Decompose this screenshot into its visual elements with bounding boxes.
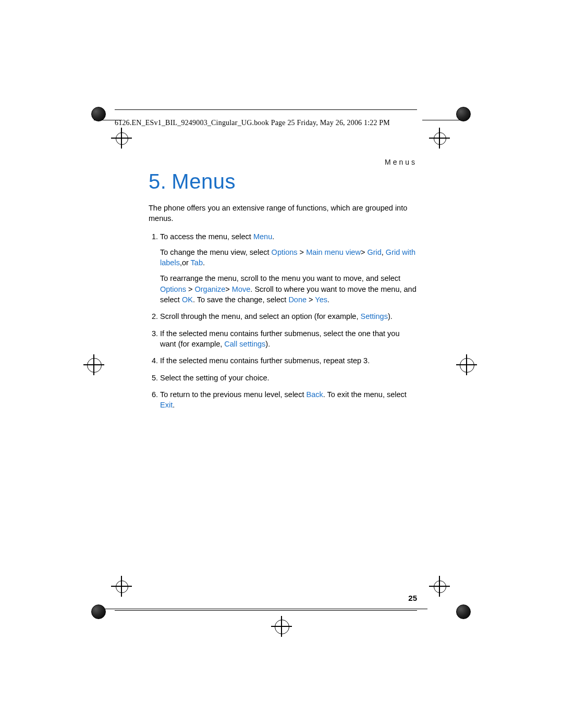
- page-number: 25: [408, 594, 417, 602]
- intro-paragraph: The phone offers you an extensive range …: [149, 203, 417, 224]
- section-header: Menus: [385, 158, 417, 166]
- crosshair-icon: [456, 354, 477, 375]
- crosshair-icon: [271, 616, 292, 637]
- chapter-title-text: Menus: [172, 170, 236, 193]
- step-2: Scroll through the menu, and select an o…: [160, 311, 417, 322]
- chapter-number: 5.: [149, 170, 166, 193]
- step-3: If the selected menu contains further su…: [160, 328, 417, 350]
- step-4: If the selected menu contains further su…: [160, 355, 417, 366]
- content-frame: 6126.EN_ESv1_BIL_9249003_Cingular_UG.boo…: [115, 109, 417, 611]
- steps-list: To access the menu, select Menu. To chan…: [149, 231, 417, 411]
- registration-mark-icon: [452, 103, 473, 124]
- step-1-sub-b: To rearrange the menu, scroll to the men…: [160, 273, 417, 305]
- crosshair-icon: [83, 354, 104, 375]
- registration-mark-icon: [88, 103, 108, 124]
- step-1: To access the menu, select Menu. To chan…: [160, 231, 417, 305]
- step-1-sub-a: To change the menu view, select Options …: [160, 247, 417, 268]
- crosshair-icon: [429, 128, 450, 149]
- chapter-title: 5.Menus: [149, 170, 236, 193]
- page: 6126.EN_ESv1_BIL_9249003_Cingular_UG.boo…: [0, 0, 563, 728]
- menu-label: Menu: [253, 232, 272, 241]
- crosshair-icon: [429, 576, 450, 597]
- book-header: 6126.EN_ESv1_BIL_9249003_Cingular_UG.boo…: [115, 119, 390, 127]
- rule: [422, 120, 464, 120]
- body-text: The phone offers you an extensive range …: [149, 203, 417, 416]
- registration-mark-icon: [88, 601, 108, 622]
- registration-mark-icon: [452, 601, 473, 622]
- step-5: Select the setting of your choice.: [160, 373, 417, 383]
- step-6: To return to the previous menu level, se…: [160, 389, 417, 411]
